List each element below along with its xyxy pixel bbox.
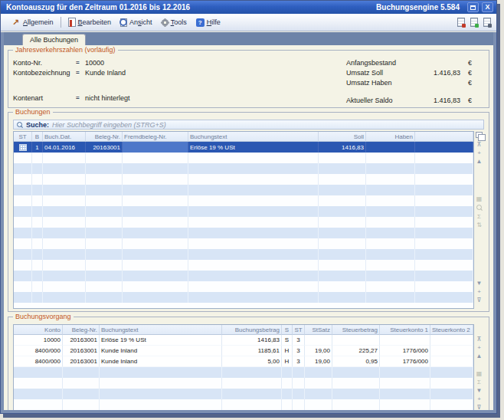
scroll-first-icon[interactable]: ⊼ [477,335,482,343]
grid-header-cell[interactable]: ST [14,132,32,142]
page-down-icon[interactable]: + [477,395,481,403]
restore-button[interactable] [467,2,479,12]
grid-cell[interactable]: 1776/000 [380,346,430,356]
grid-header-cell[interactable]: Konto [14,325,63,335]
titlebar[interactable]: Kontoauszug für den Zeitraum 01.2016 bis… [1,1,496,14]
grid-header-cell[interactable]: Steuerkonto 2 [430,325,473,335]
menu-ansicht[interactable]: Ansicht [116,17,157,28]
scroll-last-icon[interactable]: ⊽ [477,403,482,410]
summary-row: Anfangsbestand€ [346,57,472,67]
grid-cell[interactable] [332,335,380,346]
grid-cell[interactable]: 3 [293,346,305,356]
grid-cell[interactable]: 1416,83 [319,142,366,153]
buchungsvorgang-grid[interactable]: KontoBeleg-Nr.BuchungstextBuchungsbetrag… [13,324,474,410]
grid-cell[interactable]: 1185,61 [222,346,282,356]
grid-cell[interactable]: 20163001 [63,335,100,346]
grid-header-cell[interactable] [415,132,473,142]
row-up-icon[interactable]: ▲ [476,157,483,166]
scroll-last-icon[interactable]: ⊽ [477,296,482,304]
grid-cell[interactable]: Kunde Inland [100,346,222,356]
magnifier-icon[interactable] [476,205,483,211]
grid-cell[interactable]: 19,00 [305,356,332,367]
grid-row-selected[interactable]: 104.01.201620163001Erlöse 19 % USt1416,8… [14,142,473,153]
grid-cell[interactable]: 225,27 [332,346,380,356]
grid-cell[interactable] [366,142,415,153]
grid-cell[interactable]: 8400/000 [14,356,63,367]
row-down-icon[interactable]: ▼ [476,386,483,395]
menu-allgemein[interactable]: ↗Allgemein [6,16,58,28]
menu-bearbeiten[interactable]: Bearbeiten [64,16,116,28]
grid-view-icon[interactable]: ▦ [476,195,483,203]
scroll-first-icon[interactable]: ⊼ [477,140,482,149]
grid-header-cell[interactable]: S [282,325,293,335]
row-up-icon[interactable]: ▲ [476,352,483,360]
sum-icon[interactable]: Σ [477,212,481,221]
grid-cell[interactable]: 0,95 [332,356,380,367]
grid-cell[interactable]: 3 [293,356,305,367]
grid-cell[interactable] [430,335,473,346]
summary-value: 1.416,83 [417,97,460,104]
grid-row[interactable]: 8400/00020163001Kunde Inland5,00H319,000… [14,356,473,367]
grid-cell[interactable]: 5,00 [222,356,282,367]
grid-cell[interactable]: Kunde Inland [100,356,222,367]
grid-cell[interactable]: 20163001 [63,346,100,356]
grid-cell[interactable] [430,356,473,367]
grid-row[interactable]: 1000020163001Erlöse 19 % USt1416,83S3 [14,335,473,346]
grid-cell[interactable]: 1416,83 [222,335,282,346]
grid-cell[interactable]: H [282,346,293,356]
grid-header-cell[interactable]: Buch.Dat. [43,132,86,142]
search-input[interactable] [52,121,480,129]
page-down-icon[interactable]: + [477,287,481,296]
grid-cell[interactable] [14,142,32,153]
grid-view-icon[interactable]: ▦ [476,369,483,378]
grid-header-cell[interactable]: ST [293,325,305,335]
grid-header-cell[interactable]: Buchungstext [188,132,319,142]
grid-header-cell[interactable]: Buchungsbetrag [222,325,282,335]
grid-header-cell[interactable]: Beleg-Nr. [63,325,100,335]
sort-icon[interactable]: ⇅ [476,221,482,229]
export-doc-button[interactable] [470,18,478,27]
column-chooser-icon[interactable] [476,132,483,138]
row-down-icon[interactable]: ▼ [476,279,483,287]
grid-cell[interactable]: 19,00 [305,346,332,356]
page-up-icon[interactable]: + [477,149,481,157]
grid-cell[interactable] [380,335,430,346]
grid-empty-cell [32,163,43,174]
grid-cell[interactable]: 20163001 [63,356,100,367]
grid-cell[interactable]: H [282,356,293,367]
search-bar[interactable]: Suche: [13,120,484,130]
grid-cell[interactable]: 8400/000 [14,346,63,356]
menu-hilfe[interactable]: ?Hilfe [191,17,225,28]
grid-cell[interactable]: 04.01.2016 [43,142,86,153]
grid-cell[interactable]: Erlöse 19 % USt [188,142,319,153]
sum-icon[interactable]: Σ [477,378,481,386]
grid-cell[interactable]: 10000 [14,335,63,346]
grid-cell[interactable] [430,346,473,356]
grid-cell[interactable]: 3 [293,335,305,346]
grid-cell[interactable]: 20163001 [86,142,123,153]
sum-doc-button[interactable] [483,18,491,27]
grid-cell[interactable]: Erlöse 19 % USt [100,335,222,346]
grid-header-cell[interactable]: Buchungstext [100,325,222,335]
grid-cell[interactable]: 1776/000 [380,356,430,367]
grid-header-cell[interactable]: StSatz [305,325,332,335]
grid-row[interactable]: 8400/00020163001Kunde Inland1185,61H319,… [14,346,473,356]
grid-header-cell[interactable]: Steuerbetrag [332,325,380,335]
grid-cell[interactable]: 1 [32,142,43,153]
page-up-icon[interactable]: + [477,343,481,352]
grid-header-cell[interactable]: Steuerkonto 1 [380,325,430,335]
menu-tools[interactable]: Tools [157,17,191,28]
grid-cell[interactable]: S [282,335,293,346]
tab-alle-buchungen[interactable]: Alle Buchungen [22,34,86,45]
grid-header-cell[interactable]: Fremdbeleg-Nr. [123,132,188,142]
grid-cell[interactable] [415,142,473,153]
grid-cell[interactable] [123,142,188,153]
grid-header-cell[interactable]: Beleg-Nr. [86,132,123,142]
grid-header-cell[interactable]: Haben [366,132,415,142]
report-doc-button[interactable] [457,18,465,27]
grid-header-cell[interactable]: Soll [319,132,366,142]
close-button[interactable]: X [482,2,493,12]
grid-cell[interactable] [305,335,332,346]
buchungen-grid[interactable]: STBBuch.Dat.Beleg-Nr.Fremdbeleg-Nr.Buchu… [13,131,474,309]
grid-header-cell[interactable]: B [32,132,43,142]
